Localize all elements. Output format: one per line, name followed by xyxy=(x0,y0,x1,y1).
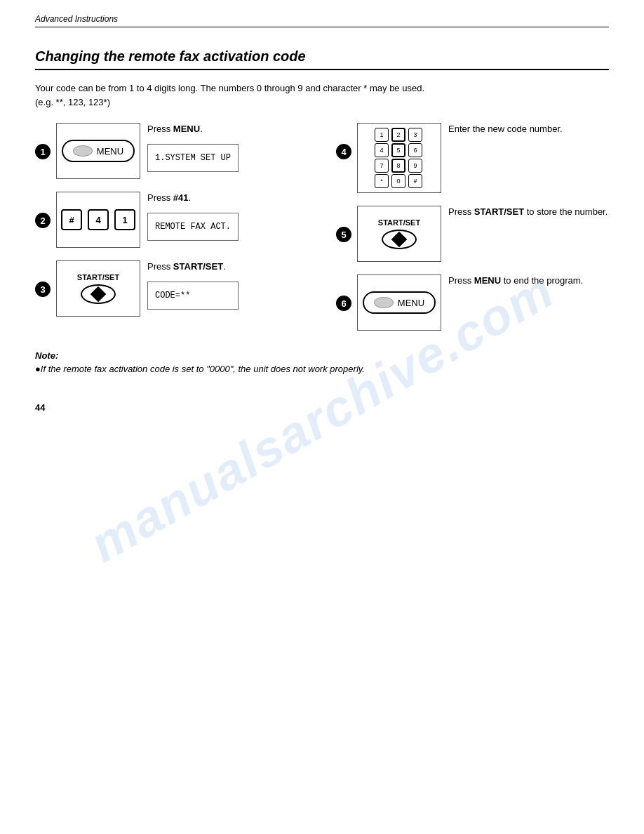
step-3-instruction: Press START/SET. xyxy=(147,260,239,273)
step-4-content: 1 2 3 4 5 6 7 8 9 * 0 # xyxy=(357,123,563,193)
note-title: Note: xyxy=(35,350,609,361)
kp-3: 3 xyxy=(408,128,422,142)
step-3: 3 START/SET Press START/SET. CODE=** xyxy=(35,260,308,317)
step-2-body: # 4 1 Press #41. REMOTE FAX ACT. xyxy=(56,192,239,248)
step-6-text: Press MENU to end the program. xyxy=(448,274,583,291)
key-hash: # xyxy=(61,209,82,230)
menu-button-6: MENU xyxy=(363,291,436,314)
kp-5: 5 xyxy=(391,143,405,157)
step-6-body: MENU Press MENU to end the program. xyxy=(357,274,583,331)
step-6: 6 MENU Press MENU to end the program. xyxy=(336,274,609,331)
intro-text: Your code can be from 1 to 4 digits long… xyxy=(35,81,609,109)
step-1-diagram: MENU xyxy=(56,123,140,179)
startset-oval-5 xyxy=(382,230,417,249)
step-5-instruction: Press START/SET to store the number. xyxy=(448,206,608,218)
step-1: 1 MENU Press MENU. 1.SYSTEM SET UP xyxy=(35,123,308,179)
step-3-diagram: START/SET xyxy=(56,260,140,317)
kp-4: 4 xyxy=(375,143,389,157)
step-3-body: START/SET Press START/SET. CODE=** xyxy=(56,260,239,317)
header-text: Advanced Instructions xyxy=(35,14,118,24)
step-5-text: Press START/SET to store the number. xyxy=(448,206,608,223)
steps-right-col: 4 1 2 3 4 5 6 7 8 9 xyxy=(336,123,609,343)
step-2-instruction: Press #41. xyxy=(147,192,239,204)
key-1: 1 xyxy=(114,209,135,230)
menu-button-1: MENU xyxy=(62,140,135,162)
step-4-text: Enter the new code number. xyxy=(448,123,563,140)
step-6-instruction: Press MENU to end the program. xyxy=(448,274,583,287)
step-4-instruction: Enter the new code number. xyxy=(448,123,563,135)
step-2-text: Press #41. REMOTE FAX ACT. xyxy=(147,192,239,241)
step-2-display: REMOTE FAX ACT. xyxy=(147,213,239,241)
kp-hash: # xyxy=(408,174,422,188)
step-2: 2 # 4 1 Press #41. REMOTE FAX ACT. xyxy=(35,192,308,248)
kp-7: 7 xyxy=(375,159,389,173)
page-header: Advanced Instructions xyxy=(35,14,609,27)
step-1-content: MENU Press MENU. 1.SYSTEM SET UP xyxy=(56,123,239,179)
kp-0: 0 xyxy=(391,174,405,188)
menu-oval-icon-6 xyxy=(374,297,394,308)
step-4-diagram: 1 2 3 4 5 6 7 8 9 * 0 # xyxy=(357,123,441,193)
menu-label-1: MENU xyxy=(97,146,123,157)
step-1-instruction: Press MENU. xyxy=(147,123,239,135)
step-4-number: 4 xyxy=(336,144,351,159)
step-1-body: MENU Press MENU. 1.SYSTEM SET UP xyxy=(56,123,239,179)
page-title: Changing the remote fax activation code xyxy=(35,48,609,70)
intro-line1: Your code can be from 1 to 4 digits long… xyxy=(35,81,609,95)
kp-6: 6 xyxy=(408,143,422,157)
key-4: 4 xyxy=(88,209,109,230)
startset-3: START/SET xyxy=(77,273,119,304)
startset-diamond-3 xyxy=(90,286,107,303)
startset-label-5: START/SET xyxy=(378,218,420,227)
step-2-number: 2 xyxy=(35,213,51,228)
startset-diamond-5 xyxy=(391,232,408,248)
step-3-text: Press START/SET. CODE=** xyxy=(147,260,239,310)
menu-oval-icon xyxy=(73,145,93,157)
startset-5: START/SET xyxy=(378,218,420,249)
step-2-diagram: # 4 1 xyxy=(56,192,140,248)
step-5-diagram: START/SET xyxy=(357,206,441,262)
step-6-diagram: MENU xyxy=(357,274,441,331)
steps-container: 1 MENU Press MENU. 1.SYSTEM SET UP xyxy=(35,123,609,343)
startset-label-3: START/SET xyxy=(77,273,119,282)
step-3-number: 3 xyxy=(35,282,51,297)
kp-2: 2 xyxy=(391,128,405,142)
kp-1: 1 xyxy=(375,128,389,142)
menu-label-6: MENU xyxy=(398,298,424,308)
step-4-body: 1 2 3 4 5 6 7 8 9 * 0 # xyxy=(357,123,563,193)
startset-oval-3 xyxy=(81,284,116,304)
kp-8: 8 xyxy=(391,159,405,173)
step-4: 4 1 2 3 4 5 6 7 8 9 xyxy=(336,123,609,193)
step-6-content: MENU Press MENU to end the program. xyxy=(357,274,583,331)
step-5: 5 START/SET Press START/SET to store the… xyxy=(336,206,609,262)
kp-star: * xyxy=(375,174,389,188)
keypad-4: 1 2 3 4 5 6 7 8 9 * 0 # xyxy=(370,124,428,192)
step-5-number: 5 xyxy=(336,227,351,242)
step-2-content: # 4 1 Press #41. REMOTE FAX ACT. xyxy=(56,192,239,248)
key-row-2: # 4 1 xyxy=(61,209,135,230)
step-5-body: START/SET Press START/SET to store the n… xyxy=(357,206,608,262)
step-3-display: CODE=** xyxy=(147,282,239,310)
kp-9: 9 xyxy=(408,159,422,173)
intro-line2: (e.g. **, 123, 123*) xyxy=(35,95,609,110)
step-1-text: Press MENU. 1.SYSTEM SET UP xyxy=(147,123,239,172)
note-text: ●If the remote fax activation code is se… xyxy=(35,364,609,374)
steps-left-col: 1 MENU Press MENU. 1.SYSTEM SET UP xyxy=(35,123,308,343)
step-5-content: START/SET Press START/SET to store the n… xyxy=(357,206,608,262)
step-6-number: 6 xyxy=(336,296,351,311)
step-1-number: 1 xyxy=(35,144,51,159)
step-1-display: 1.SYSTEM SET UP xyxy=(147,144,239,172)
page-number: 44 xyxy=(35,402,609,413)
step-3-content: START/SET Press START/SET. CODE=** xyxy=(56,260,239,317)
note-section: Note: ●If the remote fax activation code… xyxy=(35,350,609,374)
